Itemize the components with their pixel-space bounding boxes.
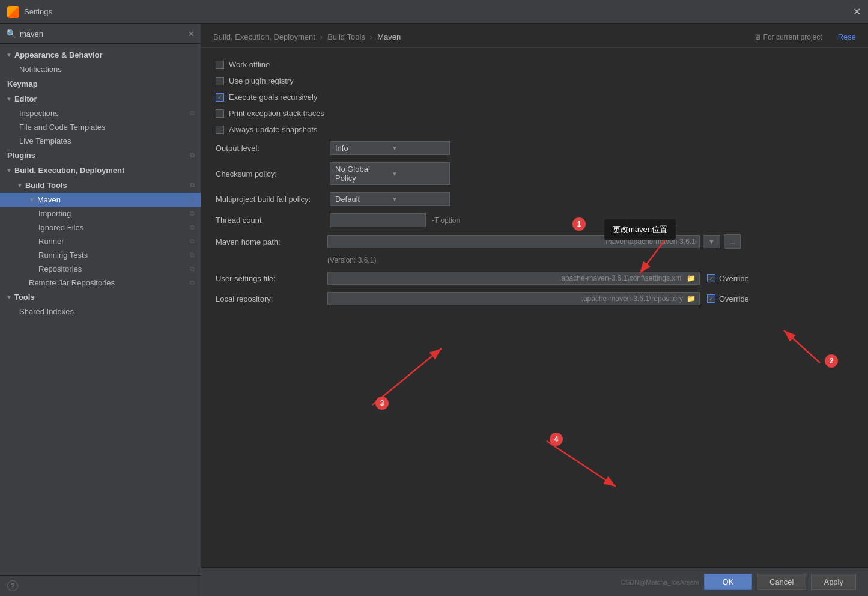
maven-home-browse-button[interactable]: ...	[724, 234, 741, 249]
breadcrumb-build-tools: Build Tools	[327, 32, 365, 41]
sidebar-item-notifications[interactable]: Notifications	[0, 62, 201, 76]
local-repo-input[interactable]	[332, 294, 578, 303]
multiproject-dropdown[interactable]: Default ▼	[330, 192, 450, 206]
thread-count-row: Thread count -T option	[216, 213, 854, 227]
sidebar-item-build-exec-deploy[interactable]: ▼ Build, Execution, Deployment	[0, 163, 201, 178]
dropdown-arrow-icon: ▼	[392, 171, 445, 177]
ok-button[interactable]: OK	[704, 574, 752, 590]
search-icon: 🔍	[6, 29, 16, 38]
checksum-policy-dropdown[interactable]: No Global Policy ▼	[330, 162, 450, 185]
copy-icon: ⧉	[190, 151, 195, 159]
sidebar-item-keymap[interactable]: Keymap	[0, 76, 201, 91]
always-update-check[interactable]	[216, 126, 224, 134]
csdn-label: CSDN@Matcha_iceAream	[621, 579, 699, 586]
always-update-checkbox[interactable]: Always update snapshots	[216, 125, 317, 134]
execute-goals-check[interactable]	[216, 93, 224, 102]
local-repo-override-check[interactable]	[707, 294, 715, 303]
user-settings-file-row: User settings file: .apache-maven-3.6.1\…	[216, 272, 854, 285]
sidebar-item-editor[interactable]: ▼ Editor	[0, 91, 201, 106]
sidebar-item-file-code-templates[interactable]: File and Code Templates	[0, 120, 201, 134]
search-clear-button[interactable]: ✕	[188, 29, 195, 38]
sidebar-item-live-templates[interactable]: Live Templates	[0, 134, 201, 148]
copy-icon: ⧉	[190, 237, 195, 245]
dropdown-arrow-icon: ▼	[392, 196, 445, 202]
use-plugin-registry-check[interactable]	[216, 77, 224, 85]
search-box: 🔍 ✕	[0, 24, 201, 44]
thread-count-input[interactable]	[330, 213, 426, 227]
sidebar-item-tools[interactable]: ▼ Tools	[0, 290, 201, 305]
sidebar-item-ignored-files[interactable]: Ignored Files ⧉	[0, 220, 201, 234]
user-settings-value: .apache-maven-3.6.1\conf\settings.xml	[559, 274, 683, 282]
multiproject-fail-policy-row: Multiproject build fail policy: Default …	[216, 192, 854, 206]
maven-home-label: Maven home path:	[216, 237, 324, 246]
sidebar-item-shared-indexes[interactable]: Shared Indexes	[0, 305, 201, 318]
close-button[interactable]: ✕	[853, 6, 861, 17]
breadcrumb-sep2: ›	[370, 32, 372, 41]
svg-line-2	[784, 330, 820, 363]
use-plugin-registry-checkbox[interactable]: Use plugin registry	[216, 76, 294, 85]
cancel-button[interactable]: Cancel	[757, 574, 806, 590]
work-offline-row: Work offline	[216, 60, 854, 69]
sidebar-tree: ▼ Appearance & Behavior Notifications Ke…	[0, 44, 201, 575]
title-bar: Settings ✕	[0, 0, 868, 24]
sidebar-item-build-tools[interactable]: ▼ Build Tools ⧉	[0, 178, 201, 193]
local-repo-value: .apache-maven-3.6.1\repository	[581, 294, 683, 303]
checksum-policy-label: Checksum policy:	[216, 169, 324, 178]
bottom-bar: CSDN@Matcha_iceAream OK Cancel Apply	[201, 567, 868, 596]
user-settings-input[interactable]	[332, 274, 556, 282]
search-input[interactable]	[20, 29, 184, 38]
use-plugin-registry-row: Use plugin registry	[216, 76, 854, 85]
project-icon: 🖥	[754, 33, 761, 41]
copy-icon: ⧉	[190, 224, 195, 231]
chevron-down-icon: ▼	[6, 96, 12, 102]
sidebar-item-maven[interactable]: ▼ Maven ⧉	[0, 193, 201, 207]
thread-count-label: Thread count	[216, 216, 324, 225]
sidebar-item-repositories[interactable]: Repositories ⧉	[0, 262, 201, 276]
execute-goals-checkbox[interactable]: Execute goals recursively	[216, 93, 317, 102]
copy-icon: ⧉	[190, 181, 195, 189]
chevron-down-icon: ▼	[17, 182, 23, 189]
reset-button[interactable]: Rese	[838, 32, 856, 41]
multiproject-label: Multiproject build fail policy:	[216, 195, 324, 204]
sidebar-item-runner[interactable]: Runner ⧉	[0, 234, 201, 248]
print-exception-checkbox[interactable]: Print exception stack traces	[216, 109, 324, 118]
user-settings-override-wrap: Override	[707, 274, 749, 283]
sidebar-bottom: ?	[0, 575, 201, 596]
print-exception-check[interactable]	[216, 109, 224, 118]
app-icon	[7, 6, 19, 18]
folder-icon: 📁	[687, 274, 696, 282]
sidebar-item-inspections[interactable]: Inspections ⧉	[0, 106, 201, 120]
help-button[interactable]: ?	[7, 580, 18, 591]
sidebar-item-importing[interactable]: Importing ⧉	[0, 207, 201, 220]
apply-button[interactable]: Apply	[811, 574, 856, 590]
sidebar-item-remote-jar-repositories[interactable]: Remote Jar Repositories ⧉	[0, 276, 201, 290]
breadcrumb-sep1: ›	[320, 32, 323, 41]
maven-home-dropdown-button[interactable]: ▼	[703, 235, 720, 248]
sidebar: 🔍 ✕ ▼ Appearance & Behavior Notification…	[0, 24, 201, 596]
chevron-down-icon: ▼	[29, 196, 35, 203]
always-update-row: Always update snapshots	[216, 125, 854, 134]
output-level-dropdown[interactable]: Info ▼	[330, 141, 450, 155]
sidebar-item-running-tests[interactable]: Running Tests ⧉	[0, 248, 201, 262]
breadcrumb-build-exec: Build, Execution, Deployment	[213, 32, 315, 41]
sidebar-item-plugins[interactable]: Plugins ⧉	[0, 148, 201, 163]
output-level-row: Output level: Info ▼	[216, 141, 854, 155]
output-level-label: Output level:	[216, 144, 324, 153]
breadcrumb-maven: Maven	[377, 32, 401, 41]
content-header: Build, Execution, Deployment › Build Too…	[201, 24, 868, 48]
local-repo-label: Local repository:	[216, 294, 324, 303]
copy-icon: ⧉	[190, 279, 195, 287]
checksum-policy-row: Checksum policy: No Global Policy ▼	[216, 162, 854, 185]
sidebar-item-appearance-behavior[interactable]: ▼ Appearance & Behavior	[0, 47, 201, 62]
work-offline-checkbox[interactable]: Work offline	[216, 60, 270, 69]
maven-home-path-row: Maven home path: .maven\apache-maven-3.6…	[216, 234, 854, 249]
execute-goals-row: Execute goals recursively	[216, 93, 854, 102]
work-offline-check[interactable]	[216, 61, 224, 69]
chevron-down-icon: ▼	[6, 167, 12, 174]
chevron-down-icon: ▼	[6, 294, 12, 300]
user-settings-override-check[interactable]	[707, 274, 715, 282]
local-repo-override-label: Override	[719, 294, 749, 303]
copy-icon: ⧉	[190, 109, 195, 117]
maven-home-input[interactable]	[332, 237, 600, 246]
annotation-badge-3: 3	[375, 397, 389, 410]
